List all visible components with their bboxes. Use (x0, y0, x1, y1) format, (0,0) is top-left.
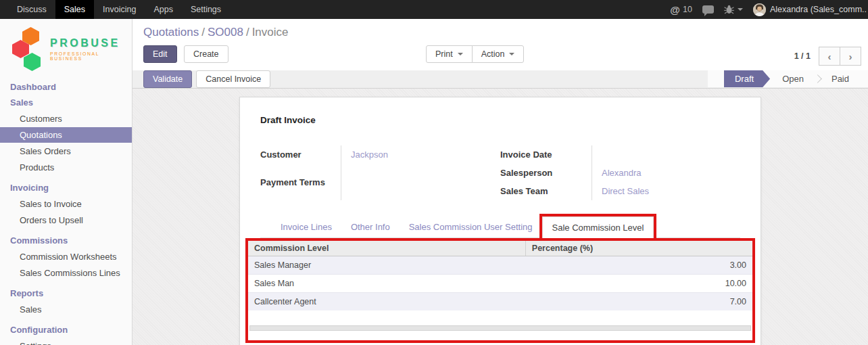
customer-value[interactable]: Jackpson (341, 145, 500, 173)
column-header-commission-level[interactable]: Commission Level (248, 241, 525, 256)
status-states: Draft Open Paid (708, 70, 868, 87)
salesperson-value[interactable]: Alexandra (592, 164, 740, 182)
sidebar-heading-reports[interactable]: Reports (0, 285, 132, 301)
sidebar-item-sales-orders[interactable]: Sales Orders (0, 143, 132, 159)
invoice-form-sheet: Draft Invoice Customer Jackpson Payment … (239, 97, 761, 345)
control-panel: Quotations/SO008/Invoice Edit Create Pri… (132, 19, 868, 70)
cell-commission-level[interactable]: Sales Man (248, 275, 525, 293)
sidebar-heading-configuration[interactable]: Configuration (0, 322, 132, 338)
state-draft[interactable]: Draft (724, 70, 770, 87)
sidebar-item-sales-to-invoice[interactable]: Sales to Invoice (0, 196, 132, 212)
breadcrumb-so008[interactable]: SO008 (208, 26, 243, 39)
actions-row: Edit Create Print Action 1 / 1 ‹ › (132, 41, 868, 70)
pager-next-button[interactable]: › (840, 47, 861, 66)
brand-tagline: PROFESSIONAL BUSINESS (50, 51, 128, 61)
cell-percentage[interactable]: 3.00 (525, 256, 752, 275)
mention-counter[interactable]: @ 10 (670, 4, 692, 16)
menu-sales[interactable]: Sales (55, 0, 94, 19)
menu-discuss[interactable]: Discuss (8, 0, 55, 19)
column-header-percentage[interactable]: Percentage (%) (525, 241, 752, 256)
annotation-box: Commission Level Percentage (%) Sales Ma… (245, 238, 755, 343)
logo-hexagons-icon (12, 27, 47, 70)
table-row[interactable]: Callcenter Agent 7.00 (248, 293, 752, 311)
cell-percentage[interactable]: 10.00 (525, 275, 752, 293)
validate-button[interactable]: Validate (143, 70, 192, 88)
salesperson-label: Salesperson (500, 164, 592, 182)
sales-team-label: Sales Team (500, 182, 592, 200)
debug-menu[interactable] (724, 5, 743, 14)
tab-sales-commission-user-setting[interactable]: Sales Commission User Setting (400, 216, 542, 237)
tab-sale-commission-level[interactable]: Sale Commission Level (542, 216, 654, 238)
edit-button[interactable]: Edit (143, 45, 177, 63)
chat-icon[interactable] (702, 5, 714, 14)
tab-bar: Invoice Lines Other Info Sales Commissio… (260, 216, 740, 238)
cell-commission-level[interactable]: Sales Manager (248, 256, 525, 275)
table-row[interactable]: Sales Man 10.00 (248, 275, 752, 293)
breadcrumb-invoice: Invoice (252, 26, 289, 39)
statusbar: Validate Cancel Invoice Draft Open Paid (132, 70, 868, 89)
caret-down-icon (738, 8, 743, 14)
invoice-fields: Customer Jackpson Payment Terms Invoice … (260, 145, 740, 200)
app-menus: Discuss Sales Invoicing Apps Settings (0, 0, 230, 19)
company-logo: PROBUSE PROFESSIONAL BUSINESS (0, 19, 132, 74)
sidebar-item-products[interactable]: Products (0, 160, 132, 175)
avatar (753, 3, 766, 16)
cell-commission-level[interactable]: Callcenter Agent (248, 293, 525, 311)
form-view-background: Draft Invoice Customer Jackpson Payment … (132, 89, 868, 345)
bug-icon (724, 5, 734, 14)
menu-invoicing[interactable]: Invoicing (94, 0, 145, 19)
sidebar-item-quotations[interactable]: Quotations (0, 127, 132, 143)
action-dropdown-button[interactable]: Action (472, 45, 525, 63)
action-dropdowns: Print Action (426, 45, 524, 63)
menu-settings[interactable]: Settings (182, 0, 230, 19)
commission-level-table: Commission Level Percentage (%) Sales Ma… (248, 241, 752, 310)
cancel-invoice-button[interactable]: Cancel Invoice (196, 70, 270, 88)
invoice-date-label: Invoice Date (500, 145, 592, 164)
sidebar-item-commission-worksheets[interactable]: Commission Worksheets (0, 249, 132, 264)
notebook: Invoice Lines Other Info Sales Commissio… (260, 216, 740, 238)
sidebar-nav: Dashboard Sales Customers Quotations Sal… (0, 79, 132, 345)
sidebar-item-sales-commissions-lines[interactable]: Sales Commissions Lines (0, 265, 132, 281)
systray: @ 10 (670, 0, 868, 19)
pager-previous-button[interactable]: ‹ (819, 47, 840, 66)
user-menu[interactable]: Alexandra (Sales_comm.. (753, 3, 867, 16)
sidebar-heading-sales[interactable]: Sales (0, 95, 132, 110)
breadcrumb: Quotations/SO008/Invoice (132, 19, 868, 41)
sidebar-item-sales-report[interactable]: Sales (0, 302, 132, 317)
pager-count: 1 / 1 (794, 51, 811, 61)
tab-invoice-lines[interactable]: Invoice Lines (271, 216, 341, 237)
state-paid[interactable]: Paid (819, 70, 861, 87)
payment-terms-value[interactable] (341, 173, 500, 201)
sidebar-heading-dashboard[interactable]: Dashboard (0, 79, 132, 95)
sidebar-item-orders-to-upsell[interactable]: Orders to Upsell (0, 212, 132, 228)
sidebar-item-settings[interactable]: Settings (0, 338, 132, 345)
caret-down-icon (509, 53, 514, 58)
table-header-row: Commission Level Percentage (%) (248, 241, 752, 256)
create-button[interactable]: Create (184, 45, 228, 63)
sidebar-heading-invoicing[interactable]: Invoicing (0, 180, 132, 196)
table-row[interactable]: Sales Manager 3.00 (248, 256, 752, 275)
invoice-date-value[interactable] (592, 145, 740, 164)
at-icon: @ (670, 4, 680, 16)
horizontal-scrollbar[interactable] (249, 325, 751, 331)
breadcrumb-quotations[interactable]: Quotations (143, 26, 199, 39)
sales-team-value[interactable]: Direct Sales (592, 182, 740, 200)
brand-name: PROBUSE (50, 37, 128, 49)
state-open[interactable]: Open (770, 70, 816, 87)
user-name: Alexandra (Sales_comm.. (770, 5, 867, 14)
menu-apps[interactable]: Apps (145, 0, 182, 19)
customer-label: Customer (260, 145, 341, 173)
mention-count: 10 (683, 5, 692, 14)
pager: 1 / 1 ‹ › (794, 47, 861, 66)
sidebar: PROBUSE PROFESSIONAL BUSINESS Dashboard … (0, 19, 132, 345)
top-navbar: Discuss Sales Invoicing Apps Settings @ … (0, 0, 868, 19)
sidebar-item-customers[interactable]: Customers (0, 111, 132, 127)
tab-other-info[interactable]: Other Info (341, 216, 400, 237)
cell-percentage[interactable]: 7.00 (525, 293, 752, 311)
invoice-status-title: Draft Invoice (260, 115, 740, 125)
payment-terms-label: Payment Terms (260, 173, 341, 201)
print-dropdown-button[interactable]: Print (426, 45, 473, 63)
sidebar-heading-commissions[interactable]: Commissions (0, 233, 132, 248)
caret-down-icon (458, 53, 463, 58)
